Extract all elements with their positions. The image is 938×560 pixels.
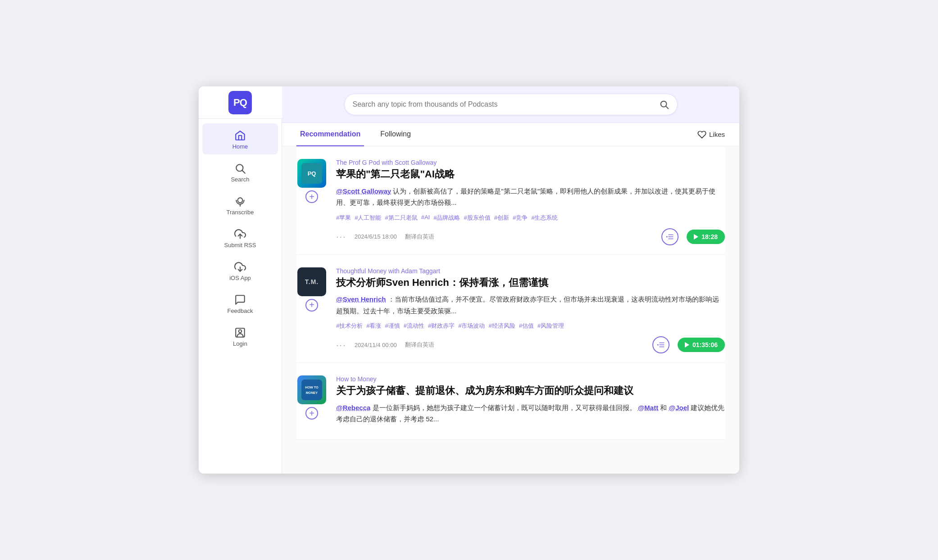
play-btn-ep1[interactable]: 18:28 bbox=[687, 230, 725, 244]
tag-cautious[interactable]: #谨慎 bbox=[385, 322, 400, 330]
sidebar-item-search-label: Search bbox=[231, 176, 249, 183]
episode-card-ep3: HOW TO MONEY + How to Money 关于为孩子储蓄、提前退休… bbox=[296, 363, 725, 440]
tag-ai[interactable]: #AI bbox=[421, 214, 430, 222]
tag-competition[interactable]: #竞争 bbox=[513, 214, 528, 222]
tag-liquidity[interactable]: #流动性 bbox=[404, 322, 424, 330]
episode-desc-text-ep1: 认为，创新被高估了，最好的策略是"第二只老鼠"策略，即利用他人的创新成果，并加以… bbox=[336, 187, 715, 207]
play-duration-ep1: 18:28 bbox=[701, 233, 718, 240]
likes-label: Likes bbox=[709, 131, 725, 138]
thumb-image-ep3: HOW TO MONEY bbox=[297, 375, 326, 404]
tag-ecosystem[interactable]: #生态系统 bbox=[531, 214, 558, 222]
episode-desc-ep1: @Scott Galloway 认为，创新被高估了，最好的策略是"第二只老鼠"策… bbox=[336, 185, 725, 208]
tag-fiscal-deficit[interactable]: #财政赤字 bbox=[428, 322, 455, 330]
svg-text:MONEY: MONEY bbox=[306, 391, 318, 395]
tag-shareholder-value[interactable]: #股东价值 bbox=[464, 214, 490, 222]
sidebar-item-home-label: Home bbox=[232, 143, 248, 150]
more-options-ep2[interactable]: ··· bbox=[336, 340, 346, 350]
tag-second-mouse[interactable]: #第二只老鼠 bbox=[385, 214, 417, 222]
tag-market-volatility[interactable]: #市场波动 bbox=[458, 322, 485, 330]
tab-recommendation[interactable]: Recommendation bbox=[296, 123, 364, 146]
playlist-icon-ep2 bbox=[657, 341, 665, 349]
app-window: PQ Home Search bbox=[199, 86, 739, 474]
tag-risk-management[interactable]: #风险管理 bbox=[537, 322, 564, 330]
sidebar-item-submit-rss[interactable]: Submit RSS bbox=[202, 222, 278, 253]
thumb-image-ep1: PQ bbox=[297, 159, 326, 188]
playlist-btn-ep1[interactable] bbox=[661, 228, 678, 245]
sidebar-item-login-label: Login bbox=[233, 340, 247, 347]
heart-icon bbox=[697, 130, 706, 139]
search-input[interactable] bbox=[353, 100, 655, 108]
tag-economic-risk[interactable]: #经济风险 bbox=[488, 322, 515, 330]
episode-desc-text-ep2: ：当前市场估值过高，并不便宜。尽管政府财政赤字巨大，但市场并未出现衰退，这表明流… bbox=[336, 295, 719, 315]
tab-following[interactable]: Following bbox=[377, 123, 414, 146]
episode-desc-text-ep3a: 是一位新手妈妈，她想为孩子建立一个储蓄计划，既可以随时取用，又可获得最佳回报。 bbox=[373, 404, 636, 411]
search-submit-icon[interactable] bbox=[659, 99, 669, 109]
podcast-name-ep1: The Prof G Pod with Scott Galloway bbox=[336, 159, 725, 166]
play-duration-ep2: 01:35:06 bbox=[692, 341, 718, 348]
episode-meta-ep1: ··· 2024/6/15 18:00 翻译自英语 18:28 bbox=[336, 228, 725, 245]
episode-thumb: PQ + bbox=[296, 159, 327, 245]
tag-innovation[interactable]: #创新 bbox=[494, 214, 509, 222]
add-episode-btn-ep1[interactable]: + bbox=[305, 190, 318, 203]
episode-card: PQ + The Prof G Pod with Scott Galloway … bbox=[296, 146, 725, 255]
playlist-btn-ep2[interactable] bbox=[652, 336, 669, 353]
svg-point-15 bbox=[667, 236, 668, 237]
svg-text:HOW TO: HOW TO bbox=[305, 386, 319, 389]
sidebar-item-feedback-label: Feedback bbox=[227, 307, 253, 314]
logo-area: PQ bbox=[199, 86, 282, 119]
app-logo: PQ bbox=[228, 91, 252, 114]
mention-scott-galloway[interactable]: @Scott Galloway bbox=[336, 187, 391, 195]
play-triangle-ep2 bbox=[685, 342, 689, 348]
main-content: Recommendation Following Likes PQ bbox=[282, 86, 739, 474]
tag-apple[interactable]: #苹果 bbox=[336, 214, 351, 222]
top-bar bbox=[282, 86, 739, 123]
search-bar[interactable] bbox=[344, 94, 678, 115]
sidebar-item-transcribe[interactable]: Transcribe bbox=[202, 189, 278, 220]
svg-line-1 bbox=[242, 171, 245, 173]
translate-label-ep2: 翻译自英语 bbox=[405, 341, 434, 349]
svg-point-19 bbox=[657, 344, 658, 345]
thumb-text-ep2: T.M. bbox=[305, 278, 319, 285]
tag-valuation[interactable]: #估值 bbox=[519, 322, 534, 330]
episode-tags-ep2: #技术分析 #看涨 #谨慎 #流动性 #财政赤字 #市场波动 #经济风险 #估值… bbox=[336, 322, 725, 330]
tag-technical-analysis[interactable]: #技术分析 bbox=[336, 322, 363, 330]
submit-rss-icon bbox=[234, 228, 246, 240]
sidebar-item-feedback[interactable]: Feedback bbox=[202, 288, 278, 319]
episode-title-ep2: 技术分析师Sven Henrich：保持看涨，但需谨慎 bbox=[336, 276, 725, 289]
sidebar-item-login[interactable]: Login bbox=[202, 321, 278, 352]
mention-joel[interactable]: @Joel bbox=[669, 404, 689, 411]
mention-rebecca[interactable]: @Rebecca bbox=[336, 404, 370, 411]
sidebar-item-home[interactable]: Home bbox=[202, 123, 278, 154]
mention-sven-henrich[interactable]: @Sven Henrich bbox=[336, 295, 386, 303]
episode-desc-ep2: @Sven Henrich ：当前市场估值过高，并不便宜。尽管政府财政赤字巨大，… bbox=[336, 294, 725, 316]
tag-brand-strategy[interactable]: #品牌战略 bbox=[433, 214, 460, 222]
more-options-ep1[interactable]: ··· bbox=[336, 231, 346, 242]
translate-label-ep1: 翻译自英语 bbox=[405, 233, 434, 241]
podcast-name-ep3: How to Money bbox=[336, 375, 725, 383]
tabs-row: Recommendation Following Likes bbox=[282, 123, 739, 146]
add-episode-btn-ep2[interactable]: + bbox=[305, 299, 318, 312]
login-icon bbox=[234, 327, 246, 339]
episode-body-ep1: The Prof G Pod with Scott Galloway 苹果的"第… bbox=[336, 159, 725, 245]
svg-line-9 bbox=[666, 106, 668, 108]
svg-rect-20 bbox=[301, 379, 322, 400]
add-episode-btn-ep3[interactable]: + bbox=[305, 407, 318, 420]
play-btn-ep2[interactable]: 01:35:06 bbox=[678, 338, 725, 352]
likes-button[interactable]: Likes bbox=[697, 130, 725, 139]
sidebar-item-search[interactable]: Search bbox=[202, 156, 278, 187]
episode-title-ep1: 苹果的"第二只老鼠"AI战略 bbox=[336, 168, 725, 181]
search-nav-icon bbox=[234, 163, 246, 174]
sidebar-item-ios-app[interactable]: iOS App bbox=[202, 255, 278, 286]
mention-matt[interactable]: @Matt bbox=[638, 404, 658, 411]
svg-text:PQ: PQ bbox=[308, 170, 316, 177]
episode-desc-ep3: @Rebecca 是一位新手妈妈，她想为孩子建立一个储蓄计划，既可以随时取用，又… bbox=[336, 402, 725, 425]
tag-bullish[interactable]: #看涨 bbox=[366, 322, 381, 330]
sidebar-item-transcribe-label: Transcribe bbox=[227, 209, 254, 216]
podcast-art-ep1: PQ bbox=[301, 163, 322, 184]
sidebar: PQ Home Search bbox=[199, 86, 282, 474]
tag-ai-tech[interactable]: #人工智能 bbox=[355, 214, 381, 222]
episode-card-ep2: T.M. + Thoughtful Money with Adam Taggar… bbox=[296, 255, 725, 363]
sidebar-nav: Home Search Transcribe bbox=[199, 119, 282, 352]
episode-date-ep2: 2024/11/4 00:00 bbox=[355, 342, 397, 348]
sidebar-item-ios-app-label: iOS App bbox=[229, 275, 251, 281]
